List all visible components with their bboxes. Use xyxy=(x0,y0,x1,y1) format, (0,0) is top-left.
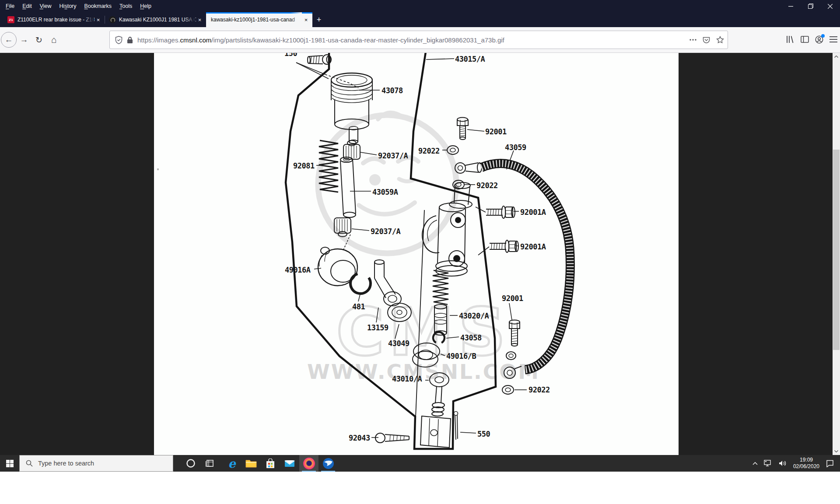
forward-button[interactable]: → xyxy=(17,32,32,47)
part-label: 92022 xyxy=(476,181,498,190)
url-bar[interactable]: https://images.cmsnl.com/img/partslists/… xyxy=(109,31,728,49)
back-button[interactable]: ← xyxy=(1,32,17,48)
bolt-92001-lower xyxy=(509,320,520,346)
windows-logo-icon xyxy=(6,460,14,467)
menu-file[interactable]: File xyxy=(2,0,18,12)
scroll-up-arrow-icon[interactable] xyxy=(833,53,840,60)
cmsnl-favicon-icon xyxy=(109,16,116,23)
vertical-scrollbar[interactable] xyxy=(833,53,840,455)
action-center-icon[interactable] xyxy=(823,455,840,472)
menu-help[interactable]: Help xyxy=(136,0,155,12)
edge-button[interactable]: e xyxy=(222,455,242,472)
tab-strip: Z1 Z1100ELR rear brake issue - Z10 × Kaw… xyxy=(0,12,840,27)
task-view-button[interactable] xyxy=(200,455,220,472)
menu-bookmarks[interactable]: Bookmarks xyxy=(80,0,116,12)
bolt-92001-top xyxy=(457,118,468,140)
part-label: 49016/B xyxy=(446,352,476,360)
washer-92022-3 xyxy=(502,385,514,394)
part-label: 92043 xyxy=(349,434,370,442)
master-cylinder-body xyxy=(422,182,472,276)
tab-title-fade xyxy=(184,12,196,27)
part-label: 92037/A xyxy=(378,151,408,160)
image-viewer-page: CMS WWW.CMSNL.COM xyxy=(0,53,840,455)
tab-close-icon[interactable]: × xyxy=(196,16,203,24)
part-label: 150 xyxy=(284,53,297,58)
menu-bar: FileEditViewHistoryBookmarksToolsHelp xyxy=(0,0,155,12)
taskbar-search-input[interactable]: Type here to search xyxy=(19,455,173,472)
hamburger-menu-icon[interactable] xyxy=(830,36,837,42)
home-button[interactable]: ⌂ xyxy=(46,32,61,47)
reload-button[interactable]: ↻ xyxy=(32,32,46,47)
restore-button[interactable] xyxy=(801,0,820,12)
taskbar-clock[interactable]: 19:09 02/06/2020 xyxy=(790,457,823,470)
close-button[interactable] xyxy=(820,0,840,12)
windows-taskbar: Type here to search e 19:09 02/06/2020 xyxy=(0,455,840,472)
parts-diagram-image[interactable]: CMS WWW.CMSNL.COM xyxy=(154,53,679,455)
tab-kawasaki-kz1000j1[interactable]: Kawasaki KZ1000J1 1981 USA CA × xyxy=(105,12,206,27)
minimize-button[interactable] xyxy=(781,0,801,12)
url-display[interactable]: https://images.cmsnl.com/img/partslists/… xyxy=(137,36,690,44)
scroll-down-arrow-icon[interactable] xyxy=(833,448,840,455)
tab-title: kawasaki-kz1000j1-1981-usa-canad xyxy=(211,17,302,23)
system-tray: 19:09 02/06/2020 xyxy=(749,455,840,472)
rod-assembly-43010a xyxy=(420,373,451,448)
tab-z1100elr-thread[interactable]: Z1 Z1100ELR rear brake issue - Z10 × xyxy=(4,12,105,27)
thunderbird-button[interactable] xyxy=(318,455,338,472)
https-lock-icon[interactable] xyxy=(127,36,133,44)
sidebar-toggle-icon[interactable] xyxy=(801,36,809,43)
page-actions-dots-icon[interactable] xyxy=(690,39,696,41)
menu-tools[interactable]: Tools xyxy=(116,0,136,12)
mail-button[interactable] xyxy=(280,455,299,472)
page-action-buttons xyxy=(690,36,724,44)
part-label: 92081 xyxy=(293,161,315,170)
pocket-icon[interactable] xyxy=(703,36,710,44)
part-label: 43010/A xyxy=(392,374,422,383)
mail-icon xyxy=(284,459,295,468)
part-label: 43049 xyxy=(388,339,410,348)
menu-history[interactable]: History xyxy=(56,0,80,12)
scrollbar-thumb[interactable] xyxy=(833,150,840,350)
part-label: 92037/A xyxy=(371,227,400,236)
window-controls xyxy=(781,0,840,12)
pushrod-43059a xyxy=(340,157,356,217)
file-explorer-button[interactable] xyxy=(242,455,261,472)
part-label: 43020/A xyxy=(459,312,489,320)
thunderbird-icon xyxy=(322,458,334,469)
tracking-protection-shield-icon[interactable] xyxy=(115,36,122,44)
part-label: 92022 xyxy=(528,385,550,394)
volume-icon[interactable] xyxy=(776,455,790,472)
cortana-button[interactable] xyxy=(181,455,200,472)
part-label: 92001A xyxy=(520,208,546,217)
start-button[interactable] xyxy=(0,455,19,472)
clock-time: 19:09 xyxy=(793,457,819,463)
tab-image-active[interactable]: kawasaki-kz1000j1-1981-usa-canad × xyxy=(206,12,312,27)
store-icon xyxy=(266,458,275,469)
toolbar-right-buttons xyxy=(786,31,837,48)
new-tab-button[interactable]: + xyxy=(312,12,326,27)
account-icon[interactable] xyxy=(815,35,823,44)
part-label: 481 xyxy=(352,302,365,311)
tray-chevron-up-icon[interactable] xyxy=(749,455,761,472)
menu-edit[interactable]: Edit xyxy=(18,0,36,12)
tab-title-fade xyxy=(83,12,94,27)
clock-date: 02/06/2020 xyxy=(793,463,819,470)
part-label: 49016A xyxy=(285,266,310,274)
firefox-button[interactable] xyxy=(299,455,318,472)
part-label: 92001 xyxy=(485,127,507,136)
bookmark-star-icon[interactable] xyxy=(716,36,724,44)
firefox-icon xyxy=(303,458,315,469)
cortana-icon xyxy=(186,458,196,468)
z1-forum-favicon-icon: Z1 xyxy=(7,16,14,23)
bolt-92001a-2 xyxy=(490,240,518,252)
tab-close-icon[interactable]: × xyxy=(302,16,310,24)
menu-view[interactable]: View xyxy=(36,0,56,12)
tab-close-icon[interactable]: × xyxy=(94,16,102,24)
library-icon[interactable] xyxy=(786,35,794,43)
part-label: 43015/A xyxy=(455,55,485,63)
network-icon[interactable] xyxy=(761,455,776,472)
clevis-bolt-92043 xyxy=(375,433,409,443)
microsoft-store-button[interactable] xyxy=(261,455,280,472)
part-label: 43059 xyxy=(505,143,526,152)
tab-title-fade xyxy=(290,12,302,27)
cotter-pin-550 xyxy=(454,412,458,440)
